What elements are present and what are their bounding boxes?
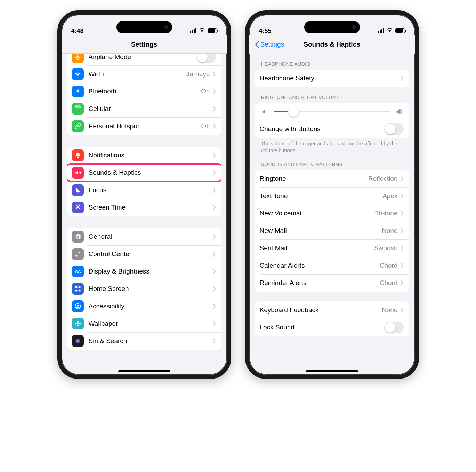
- nav-bar: Settings Sounds & Haptics: [249, 35, 415, 54]
- aa-icon: AA: [72, 266, 84, 277]
- svg-point-8: [77, 321, 79, 323]
- wifi-status-icon: [386, 26, 393, 35]
- gear-icon: [72, 231, 84, 243]
- row-control-center[interactable]: Control Center: [67, 245, 221, 263]
- svg-rect-2: [78, 286, 80, 288]
- grid-icon: [72, 283, 84, 295]
- nav-title: Settings: [131, 41, 157, 48]
- chevron-right-icon: [213, 153, 216, 158]
- chevron-right-icon: [401, 176, 404, 181]
- row-airplane-mode[interactable]: Airplane Mode: [67, 54, 221, 65]
- row-value: None: [382, 227, 397, 235]
- sounds-scroll[interactable]: HEADPHONE AUDIO Headphone Safety RINGTON…: [249, 54, 415, 370]
- group-volume: Change with Buttons: [255, 103, 409, 138]
- group-general: GeneralControl CenterAADisplay & Brightn…: [67, 228, 221, 350]
- volume-slider[interactable]: [274, 111, 390, 112]
- row-value: On: [201, 88, 210, 95]
- row-cellular[interactable]: Cellular: [67, 100, 221, 117]
- chevron-right-icon: [213, 170, 216, 176]
- row-headphone-safety[interactable]: Headphone Safety: [255, 70, 409, 87]
- chevron-right-icon: [213, 338, 216, 344]
- row-reminder-alerts[interactable]: Reminder AlertsChord: [255, 274, 409, 292]
- chevron-right-icon: [401, 228, 404, 234]
- row-label: New Mail: [260, 227, 382, 235]
- status-time: 4:48: [71, 27, 103, 35]
- nav-bar: Settings: [62, 35, 227, 54]
- slider-thumb[interactable]: [288, 106, 299, 117]
- row-new-mail[interactable]: New MailNone: [255, 222, 409, 239]
- row-label: Bluetooth: [89, 88, 201, 95]
- settings-scroll[interactable]: Airplane ModeWi-FiBarney2BluetoothOnCell…: [62, 54, 227, 370]
- row-change-with-buttons[interactable]: Change with Buttons: [255, 120, 409, 138]
- row-keyboard-feedback[interactable]: Keyboard Feedback None: [255, 301, 409, 319]
- svg-point-7: [77, 323, 79, 325]
- row-personal-hotspot[interactable]: Personal HotspotOff: [67, 117, 221, 135]
- chevron-right-icon: [213, 106, 216, 112]
- toggle-lock-sound[interactable]: [384, 322, 404, 333]
- group-patterns: RingtoneReflectionText ToneApexNew Voice…: [255, 170, 409, 292]
- cellular-signal-icon: [378, 28, 384, 33]
- row-screen-time[interactable]: Screen Time: [67, 199, 221, 216]
- chevron-right-icon: [213, 234, 216, 239]
- row-value: None: [382, 306, 397, 314]
- row-sounds-haptics[interactable]: Sounds & Haptics: [67, 164, 221, 181]
- toggle-change-with-buttons[interactable]: [384, 123, 404, 135]
- row-label: Wallpaper: [89, 320, 213, 327]
- svg-point-11: [79, 323, 81, 325]
- row-volume-slider[interactable]: [255, 103, 409, 120]
- row-display-brightness[interactable]: AADisplay & Brightness: [67, 263, 221, 280]
- row-new-voicemail[interactable]: New VoicemailTri-tone: [255, 205, 409, 222]
- home-indicator[interactable]: [118, 370, 170, 372]
- row-accessibility[interactable]: Accessibility: [67, 298, 221, 315]
- chevron-right-icon: [213, 89, 216, 94]
- row-label: Display & Brightness: [89, 268, 213, 275]
- row-label: Focus: [89, 186, 213, 194]
- row-text-tone[interactable]: Text ToneApex: [255, 187, 409, 205]
- row-siri-search[interactable]: Siri & Search: [67, 332, 221, 350]
- row-sent-mail[interactable]: Sent MailSwoosh: [255, 239, 409, 257]
- row-label: General: [89, 233, 213, 241]
- wifi-status-icon: [199, 26, 205, 35]
- row-label: Siri & Search: [89, 337, 213, 345]
- flower-icon: [72, 318, 84, 329]
- home-indicator[interactable]: [306, 370, 358, 372]
- chevron-right-icon: [401, 307, 404, 313]
- dynamic-island: [304, 21, 360, 33]
- row-label: Headphone Safety: [260, 74, 401, 82]
- group-keyboard-lock: Keyboard Feedback None Lock Sound: [255, 301, 409, 336]
- cellular-signal-icon: [190, 28, 196, 33]
- row-notifications[interactable]: Notifications: [67, 147, 221, 164]
- svg-rect-4: [78, 290, 80, 292]
- row-focus[interactable]: Focus: [67, 181, 221, 199]
- svg-point-10: [75, 323, 76, 325]
- row-label: Calendar Alerts: [260, 262, 380, 269]
- group-notifications: NotificationsSounds & HapticsFocusScreen…: [67, 147, 221, 216]
- row-wallpaper[interactable]: Wallpaper: [67, 315, 221, 332]
- row-lock-sound[interactable]: Lock Sound: [255, 319, 409, 336]
- group-headphone: Headphone Safety: [255, 70, 409, 87]
- row-ringtone[interactable]: RingtoneReflection: [255, 170, 409, 187]
- row-label: Keyboard Feedback: [260, 306, 382, 314]
- chevron-right-icon: [401, 245, 404, 251]
- back-button[interactable]: Settings: [254, 41, 284, 48]
- row-calendar-alerts[interactable]: Calendar AlertsChord: [255, 257, 409, 274]
- row-label: Control Center: [89, 250, 213, 258]
- row-bluetooth[interactable]: BluetoothOn: [67, 83, 221, 100]
- toggle[interactable]: [196, 54, 216, 63]
- row-general[interactable]: General: [67, 228, 221, 245]
- row-value: Off: [201, 122, 210, 130]
- svg-point-12: [75, 339, 80, 344]
- header-ringtone-volume: RINGTONE AND ALERT VOLUME: [249, 87, 415, 103]
- person-icon: [72, 300, 84, 312]
- chevron-right-icon: [213, 205, 216, 210]
- phone-left: 4:48 Settings Airplane ModeWi-FiBarney2B…: [57, 10, 231, 379]
- group-connectivity: Airplane ModeWi-FiBarney2BluetoothOnCell…: [67, 54, 221, 135]
- row-label: Screen Time: [89, 204, 213, 211]
- row-home-screen[interactable]: Home Screen: [67, 280, 221, 298]
- row-wi-fi[interactable]: Wi-FiBarney2: [67, 65, 221, 83]
- battery-icon: [208, 28, 217, 33]
- header-patterns: SOUNDS AND HAPTIC PATTERNS: [249, 154, 415, 170]
- row-label: New Voicemail: [260, 210, 375, 217]
- bell-icon: [72, 149, 84, 161]
- bluetooth-icon: [72, 86, 84, 97]
